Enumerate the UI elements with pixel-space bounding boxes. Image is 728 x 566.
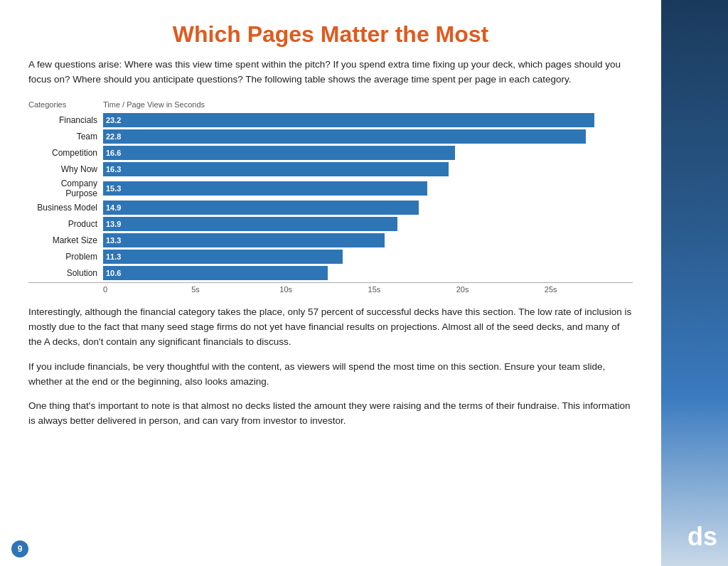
bar-fill: 23.2: [103, 113, 594, 127]
bar-fill: 13.9: [103, 217, 397, 231]
bar-row: Competition16.6: [28, 146, 633, 160]
bar-fill: 14.9: [103, 201, 419, 215]
bar-fill: 11.3: [103, 250, 343, 264]
bar-row: Solution10.6: [28, 266, 633, 280]
bar-track: 13.9: [103, 217, 633, 231]
sidebar: ds: [661, 0, 728, 566]
bar-track: 10.6: [103, 266, 633, 280]
bar-value: 16.3: [106, 165, 121, 173]
x-tick: 0: [103, 285, 191, 294]
bar-value: 14.9: [106, 203, 121, 212]
body-paragraphs: Interestingly, although the financial ca…: [28, 305, 633, 429]
categories-label: Categories: [28, 100, 103, 109]
bar-track: 15.3: [103, 181, 633, 196]
main-content: Which Pages Matter the Most A few questi…: [0, 0, 661, 566]
bar-label: Problem: [28, 252, 103, 262]
bar-value: 23.2: [106, 116, 121, 124]
bar-value: 13.9: [106, 220, 121, 228]
body-paragraph-2: If you include financials, be very thoug…: [28, 360, 633, 390]
bar-value: 13.3: [106, 236, 121, 245]
chart-header: Categories Time / Page View in Seconds: [28, 100, 633, 109]
bar-track: 16.3: [103, 162, 633, 176]
x-tick: 10s: [279, 285, 368, 294]
sidebar-logo: ds: [687, 522, 717, 552]
bar-track: 23.2: [103, 113, 633, 127]
bar-value: 16.6: [106, 149, 121, 157]
bar-label: Team: [28, 132, 103, 142]
x-tick: 25s: [545, 285, 633, 294]
bar-label: Why Now: [28, 164, 103, 174]
bar-row: Problem11.3: [28, 250, 633, 264]
bar-fill: 13.3: [103, 233, 385, 247]
bar-fill: 22.8: [103, 129, 586, 144]
bar-label: Solution: [28, 268, 103, 278]
intro-text: A few questions arise: Where was this vi…: [28, 58, 633, 87]
bar-row: Market Size13.3: [28, 233, 633, 247]
bar-track: 16.6: [103, 146, 633, 160]
bar-label: Financials: [28, 115, 103, 125]
bar-label: Business Model: [28, 203, 103, 213]
bar-label: Company Purpose: [28, 178, 103, 198]
time-label: Time / Page View in Seconds: [103, 100, 205, 109]
bar-label: Competition: [28, 148, 103, 158]
x-tick: 20s: [456, 285, 545, 294]
bar-row: Why Now16.3: [28, 162, 633, 176]
bar-label: Product: [28, 219, 103, 229]
x-tick: 5s: [191, 285, 279, 294]
bar-track: 11.3: [103, 250, 633, 264]
bar-row: Company Purpose15.3: [28, 178, 633, 198]
bar-value: 22.8: [106, 132, 121, 141]
bar-fill: 16.6: [103, 146, 455, 160]
bar-track: 22.8: [103, 129, 633, 144]
body-paragraph-3: One thing that's important to note is th…: [28, 399, 633, 429]
page-title: Which Pages Matter the Most: [28, 21, 633, 48]
chart-container: Categories Time / Page View in Seconds F…: [28, 100, 633, 294]
bar-label: Market Size: [28, 235, 103, 245]
bar-value: 15.3: [106, 184, 121, 193]
body-paragraph-1: Interestingly, although the financial ca…: [28, 305, 633, 350]
bar-row: Business Model14.9: [28, 201, 633, 215]
bar-row: Team22.8: [28, 129, 633, 144]
bar-value: 11.3: [106, 252, 121, 261]
bar-track: 13.3: [103, 233, 633, 247]
x-axis: 05s10s15s20s25s: [28, 282, 633, 294]
bar-row: Product13.9: [28, 217, 633, 231]
bar-fill: 10.6: [103, 266, 328, 280]
page-number: 9: [11, 540, 28, 557]
bar-fill: 16.3: [103, 162, 449, 176]
x-tick: 15s: [368, 285, 456, 294]
bar-fill: 15.3: [103, 181, 427, 196]
bars-container: Financials23.2Team22.8Competition16.6Why…: [28, 113, 633, 280]
bar-row: Financials23.2: [28, 113, 633, 127]
bar-track: 14.9: [103, 201, 633, 215]
bar-value: 10.6: [106, 269, 121, 277]
